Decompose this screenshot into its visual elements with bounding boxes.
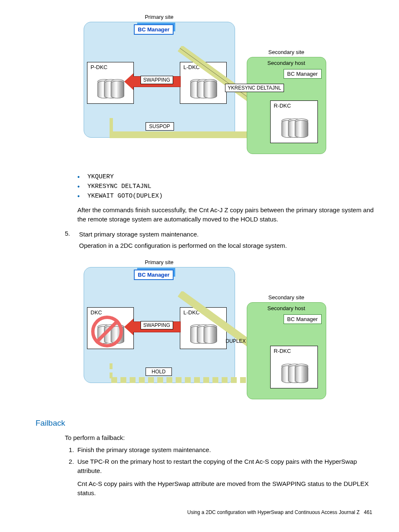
command-list: YKQUERY YKRESYNC DELTAJNL YKEWAIT GOTO(D…: [77, 173, 374, 200]
secondary-host-label: Secondary host: [247, 60, 326, 66]
l-dkc-label-2: L-DKC: [184, 309, 200, 316]
diagram-1: Primary site Primary host BC Manager P-D…: [36, 13, 374, 163]
footer-text: Using a 2DC configuration with HyperSwap…: [187, 509, 360, 515]
bc-manager-primary-label-2: BC Manager: [138, 272, 170, 278]
bc-manager-primary-label: BC Manager: [138, 26, 170, 33]
step-5-number: 5.: [65, 230, 79, 251]
failback-item-2: Use TPC-R on the primary host to restart…: [76, 457, 374, 498]
step-5-line1: Start primary storage system maintenance…: [79, 230, 374, 239]
p-dkc-label-2: DKC: [91, 309, 102, 316]
page-footer: Using a 2DC configuration with HyperSwap…: [36, 509, 374, 515]
failback-heading: Failback: [36, 419, 374, 428]
failback-list: Finish the primary storage system mainte…: [65, 445, 374, 498]
r-dkc-label: R-DKC: [274, 103, 291, 109]
swapping-label-2: SWAPPING: [141, 321, 173, 329]
step-5: 5. Start primary storage system maintena…: [36, 230, 374, 251]
secondary-site-label-2: Secondary site: [247, 294, 326, 301]
l-dkc-box-2: L-DKC: [180, 307, 227, 349]
failback-sub: Cnt Ac-S copy pairs with the HyperSwap a…: [77, 479, 374, 498]
bc-manager-secondary-2: BC Manager: [284, 314, 322, 324]
failback-item-2-text: Use TPC-R on the primary host to restart…: [77, 458, 357, 474]
bc-manager-primary-2: BC Manager: [134, 270, 174, 280]
hold-label: HOLD: [146, 368, 172, 376]
r-dkc-box-2: R-DKC: [270, 346, 318, 388]
primary-site-label-2: Primary site: [84, 259, 235, 265]
r-dkc-box: R-DKC: [270, 100, 318, 143]
p-dkc-label: P-DKC: [91, 64, 107, 70]
after-commands-paragraph: After the commands finish successfully, …: [77, 206, 374, 224]
bc-manager-primary: BC Manager: [134, 24, 174, 35]
failback-item-1: Finish the primary storage system mainte…: [76, 445, 374, 455]
suspop-label: SUSPOP: [146, 122, 174, 131]
l-dkc-label: L-DKC: [184, 64, 200, 70]
primary-site-label: Primary site: [84, 14, 235, 20]
l-dkc-box: L-DKC: [180, 62, 227, 104]
ykresync-deltajnl-label: YKRESYNC DELTAJNL: [225, 84, 284, 92]
command-item: YKQUERY: [77, 173, 374, 180]
command-item: YKEWAIT GOTO(DUPLEX): [77, 193, 374, 200]
duplex-label: DUPLEX: [226, 338, 246, 344]
page-number: 461: [364, 509, 372, 515]
command-item: YKRESYNC DELTAJNL: [77, 183, 374, 190]
secondary-host-label-2: Secondary host: [247, 305, 326, 311]
diagram-2: Primary site Primary host BC Manager DKC…: [36, 258, 374, 409]
secondary-site-label: Secondary site: [247, 49, 326, 55]
swapping-label: SWAPPING: [141, 76, 173, 84]
failback-intro: To perform a failback:: [65, 434, 374, 441]
step-5-line2: Operation in a 2DC configuration is perf…: [79, 241, 374, 250]
r-dkc-label-2: R-DKC: [274, 348, 291, 354]
bc-manager-secondary: BC Manager: [284, 69, 322, 79]
